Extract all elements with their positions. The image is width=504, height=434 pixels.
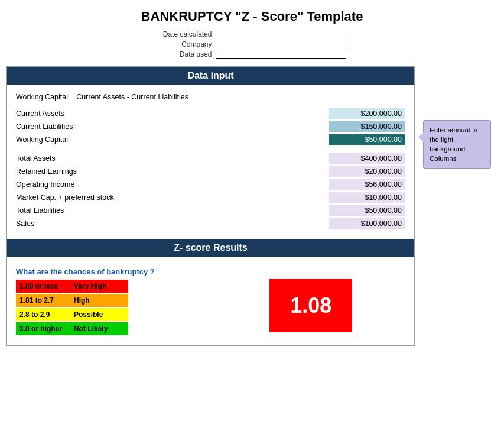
label-working-capital: Working Capital xyxy=(16,135,329,144)
row-total-liabilities: Total Liabilities $50,000.00 xyxy=(16,204,405,217)
label-market-cap: Market Cap. + preferred stock xyxy=(16,193,329,202)
data-rows: Current Assets $200,000.00 Current Liabi… xyxy=(16,107,405,230)
row-spacer-1 xyxy=(16,146,405,152)
label-sales: Sales xyxy=(16,219,329,228)
risk-range-very-high: 1.80 or less xyxy=(16,280,69,293)
value-current-liabilities[interactable]: $150,000.00 xyxy=(329,121,405,132)
row-current-assets: Current Assets $200,000.00 xyxy=(16,107,405,120)
label-current-liabilities: Current Liabilities xyxy=(16,122,329,131)
risk-row-very-high: 1.80 or less Very High xyxy=(16,280,205,293)
risk-range-not-likely: 3.0 or higher xyxy=(16,322,69,335)
risk-row-possible: 2.8 to 2.9 Possible xyxy=(16,308,205,321)
results-header: Z- score Results xyxy=(7,239,414,257)
risk-range-high: 1.81 to 2.7 xyxy=(16,294,69,307)
value-sales[interactable]: $100,000.00 xyxy=(329,218,405,229)
value-retained-earnings[interactable]: $20,000.00 xyxy=(329,166,405,177)
label-operating-income: Operating Income xyxy=(16,180,329,189)
date-label: Date calculated xyxy=(159,30,212,38)
label-total-liabilities: Total Liabilities xyxy=(16,206,329,215)
data-used-label: Data used xyxy=(159,50,212,59)
data-input-header: Data input xyxy=(7,67,414,85)
working-capital-formula: Working Capital = Current Assets - Curre… xyxy=(16,93,405,101)
tooltip-bubble: Enter amount in the light background Col… xyxy=(423,120,491,169)
row-working-capital: Working Capital $50,000.00 xyxy=(16,133,405,146)
z-score-display: 1.08 xyxy=(269,279,352,332)
row-operating-income: Operating Income $56,000.00 xyxy=(16,178,405,191)
company-row: Company xyxy=(159,40,346,48)
risk-row-not-likely: 3.0 or higher Not Likely xyxy=(16,322,205,335)
risk-level-high: High xyxy=(69,294,128,307)
row-current-liabilities: Current Liabilities $150,000.00 xyxy=(16,120,405,133)
value-current-assets[interactable]: $200,000.00 xyxy=(329,108,405,119)
risk-row-high: 1.81 to 2.7 High xyxy=(16,294,205,307)
data-used-row: Data used xyxy=(159,50,346,59)
row-market-cap: Market Cap. + preferred stock $10,000.00 xyxy=(16,191,405,204)
results-section: Z- score Results What are the chances of… xyxy=(7,239,414,345)
data-used-input-line[interactable] xyxy=(216,50,346,59)
row-retained-earnings: Retained Earnings $20,000.00 xyxy=(16,165,405,178)
company-label: Company xyxy=(159,40,212,48)
date-row: Date calculated xyxy=(159,30,346,38)
risk-level-possible: Possible xyxy=(69,308,128,321)
label-retained-earnings: Retained Earnings xyxy=(16,167,329,176)
bankruptcy-table: What are the chances of bankruptcy ? 1.8… xyxy=(16,267,205,336)
label-total-assets: Total Assets xyxy=(16,154,329,163)
value-total-assets[interactable]: $400,000.00 xyxy=(329,153,405,164)
value-market-cap[interactable]: $10,000.00 xyxy=(329,192,405,203)
results-layout: What are the chances of bankruptcy ? 1.8… xyxy=(16,267,405,336)
value-working-capital: $50,000.00 xyxy=(329,134,405,145)
risk-level-very-high: Very High xyxy=(69,280,128,293)
value-operating-income[interactable]: $56,000.00 xyxy=(329,179,405,190)
row-total-assets: Total Assets $400,000.00 xyxy=(16,152,405,165)
date-input-line[interactable] xyxy=(216,30,346,38)
meta-section: Date calculated Company Data used xyxy=(6,30,498,59)
risk-level-not-likely: Not Likely xyxy=(69,322,128,335)
label-current-assets: Current Assets xyxy=(16,109,329,118)
risk-range-possible: 2.8 to 2.9 xyxy=(16,308,69,321)
data-input-section: Data input Working Capital = Current Ass… xyxy=(7,67,414,239)
main-container: Enter amount in the light background Col… xyxy=(6,66,415,346)
page-title: BANKRUPTCY "Z - Score" Template xyxy=(6,6,498,24)
value-total-liabilities[interactable]: $50,000.00 xyxy=(329,205,405,216)
row-sales: Sales $100,000.00 xyxy=(16,217,405,230)
company-input-line[interactable] xyxy=(216,40,346,48)
bankruptcy-question: What are the chances of bankruptcy ? xyxy=(16,267,205,276)
tooltip-text: Enter amount in the light background Col… xyxy=(430,127,477,162)
